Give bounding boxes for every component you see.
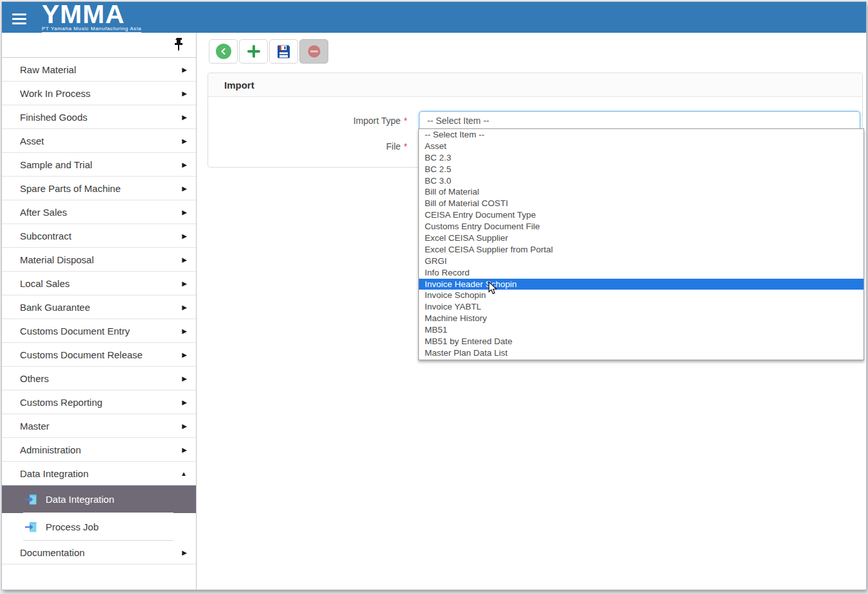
sidebar-submenu-item[interactable]: Data Integration <box>2 485 196 513</box>
chevron-right-icon: ▶ <box>182 232 187 240</box>
dropdown-option[interactable]: Excel CEISA Supplier from Portal <box>419 244 864 256</box>
toolbar <box>209 39 328 64</box>
top-header: YMMA PT Yamaha Music Manufacturing Asia <box>2 2 866 33</box>
dropdown-option[interactable]: Bill of Material <box>419 186 864 198</box>
plus-icon <box>247 44 261 58</box>
app-window: YMMA PT Yamaha Music Manufacturing Asia … <box>2 2 866 590</box>
field-label-text: Import Type <box>353 116 401 126</box>
sidebar-submenu-item[interactable]: Process Job <box>2 513 196 541</box>
dropdown-option[interactable]: CEISA Entry Document Type <box>419 209 864 221</box>
main-content: Import Import Type* -- Select Item -- Fi… <box>197 33 866 590</box>
chevron-right-icon: ▶ <box>182 549 187 556</box>
dropdown-option[interactable]: BC 2.5 <box>419 164 864 175</box>
sidebar-item-data-integration[interactable]: Data Integration ▲ <box>2 462 196 485</box>
selected-value: -- Select Item -- <box>427 116 489 126</box>
import-type-row: Import Type* -- Select Item -- <box>215 111 860 130</box>
chevron-right-icon: ▶ <box>182 90 187 97</box>
sidebar-item-label: Customs Document Entry <box>20 326 130 336</box>
sidebar-item-label: Work In Process <box>20 88 91 99</box>
sidebar-item-label: Others <box>20 373 49 384</box>
required-asterisk: * <box>404 116 407 126</box>
sidebar-item-label: Administration <box>20 444 81 455</box>
dropdown-option[interactable]: Info Record <box>419 267 864 279</box>
sidebar-item[interactable]: Work In Process ▶ <box>2 82 196 105</box>
dropdown-option[interactable]: -- Select Item -- <box>419 129 864 141</box>
dropdown-option[interactable]: Excel CEISA Supplier <box>419 232 864 244</box>
sidebar-item[interactable]: Sample and Trial ▶ <box>2 153 196 177</box>
chevron-right-icon: ▶ <box>182 328 187 335</box>
field-label-text: File <box>386 141 401 152</box>
floppy-disk-icon <box>277 45 290 58</box>
chevron-right-icon: ▶ <box>182 137 187 144</box>
sidebar-item[interactable]: Administration ▶ <box>2 438 196 462</box>
sidebar-item-label: Master <box>20 421 49 432</box>
dropdown-option[interactable]: MB51 by Entered Date <box>419 336 864 347</box>
dropdown-option[interactable]: Bill of Material COSTI <box>419 198 864 209</box>
panel-title: Import <box>208 73 862 97</box>
required-asterisk: * <box>404 141 407 152</box>
chevron-right-icon: ▶ <box>182 446 187 453</box>
import-doc-icon <box>25 494 37 505</box>
sidebar-item[interactable]: Master ▶ <box>2 414 196 438</box>
dropdown-option[interactable]: BC 3.0 <box>419 175 864 187</box>
brand-title: YMMA <box>42 2 141 26</box>
sidebar-item-documentation[interactable]: Documentation ▶ <box>2 541 196 564</box>
sidebar-pin-row <box>2 33 196 58</box>
dropdown-option[interactable]: Asset <box>419 141 864 152</box>
sidebar-item[interactable]: Raw Material ▶ <box>2 58 196 82</box>
dropdown-option[interactable]: Master Plan Data List <box>419 347 864 359</box>
dropdown-option[interactable]: Machine History <box>419 313 864 324</box>
delete-button[interactable] <box>299 39 328 64</box>
back-button[interactable] <box>209 39 238 64</box>
chevron-right-icon: ▶ <box>182 304 187 311</box>
dropdown-option[interactable]: Invoice Schopin <box>419 290 864 301</box>
brand-logo: YMMA PT Yamaha Music Manufacturing Asia <box>42 2 141 33</box>
pin-icon[interactable] <box>174 38 184 52</box>
import-type-label: Import Type* <box>215 116 407 126</box>
dropdown-option[interactable]: Invoice YABTL <box>419 301 864 313</box>
dropdown-option[interactable]: Customs Entry Document File <box>419 221 864 232</box>
sidebar-item[interactable]: Asset ▶ <box>2 129 196 153</box>
sidebar-item[interactable]: After Sales ▶ <box>2 200 196 224</box>
circle-back-icon <box>216 44 231 59</box>
save-button[interactable] <box>269 39 298 64</box>
dropdown-option[interactable]: Invoice Header Schopin <box>419 279 864 290</box>
sidebar-item[interactable]: Material Disposal ▶ <box>2 248 196 272</box>
brand-subtitle: PT Yamaha Music Manufacturing Asia <box>42 26 141 33</box>
add-button[interactable] <box>239 39 268 64</box>
sidebar-item-label: Material Disposal <box>20 254 94 265</box>
hamburger-menu-icon[interactable] <box>12 13 29 27</box>
sidebar-item-label: Subcontract <box>20 231 71 241</box>
sidebar-item[interactable]: Spare Parts of Machine ▶ <box>2 177 196 200</box>
sidebar-item-label: Local Sales <box>20 278 70 289</box>
dropdown-option[interactable]: GRGI <box>419 256 864 267</box>
chevron-right-icon: ▶ <box>182 161 187 168</box>
sidebar: Raw Material ▶ Work In Process ▶ Finishe… <box>2 33 197 590</box>
sidebar-item[interactable]: Subcontract ▶ <box>2 224 196 248</box>
circle-minus-icon <box>307 44 321 58</box>
import-type-dropdown: -- Select Item -- Asset BC 2.3 BC 2.5 BC… <box>418 128 864 360</box>
file-label: File* <box>215 141 407 152</box>
sidebar-item-label: Sample and Trial <box>20 159 93 170</box>
sidebar-item[interactable]: Local Sales ▶ <box>2 272 196 295</box>
sidebar-menu: Raw Material ▶ Work In Process ▶ Finishe… <box>2 58 196 462</box>
sidebar-item[interactable]: Bank Guarantee ▶ <box>2 295 196 319</box>
chevron-right-icon: ▶ <box>182 280 187 287</box>
sidebar-item-label: Bank Guarantee <box>20 302 90 313</box>
sidebar-submenu-label: Data Integration <box>46 494 114 505</box>
import-type-select[interactable]: -- Select Item -- <box>419 111 860 130</box>
sidebar-item[interactable]: Customs Reporting ▶ <box>2 390 196 414</box>
dropdown-option[interactable]: BC 2.3 <box>419 152 864 164</box>
dropdown-option[interactable]: MB51 <box>419 324 864 336</box>
chevron-right-icon: ▶ <box>182 351 187 358</box>
sidebar-submenu-label: Process Job <box>46 521 99 532</box>
sidebar-submenu: Data Integration Process Job <box>2 485 196 541</box>
chevron-right-icon: ▶ <box>182 399 187 406</box>
sidebar-item-label: Customs Reporting <box>20 397 102 408</box>
sidebar-item[interactable]: Others ▶ <box>2 367 196 390</box>
chevron-right-icon: ▶ <box>182 209 187 216</box>
sidebar-item[interactable]: Customs Document Entry ▶ <box>2 319 196 343</box>
sidebar-item[interactable]: Finished Goods ▶ <box>2 105 196 129</box>
sidebar-item[interactable]: Customs Document Release ▶ <box>2 343 196 367</box>
import-doc-icon <box>25 522 37 532</box>
